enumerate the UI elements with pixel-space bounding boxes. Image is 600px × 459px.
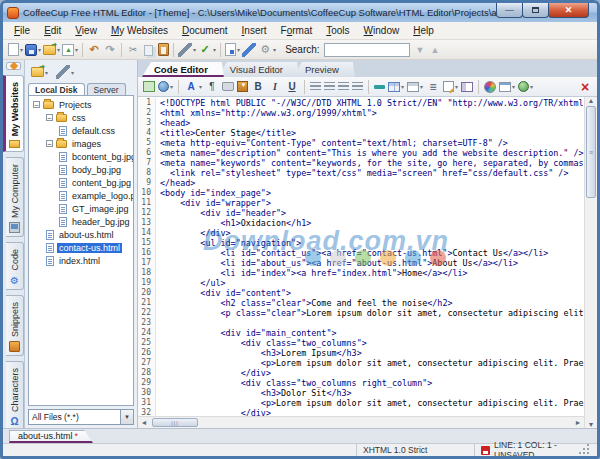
- menu-window[interactable]: Window: [357, 23, 407, 38]
- align-justify-button[interactable]: [351, 81, 364, 92]
- code-line[interactable]: 10<body id="index_page">: [138, 188, 584, 198]
- code-line[interactable]: 5<meta http-equiv="Content-Type" content…: [138, 138, 584, 148]
- tab-preview[interactable]: Preview: [293, 62, 355, 77]
- tree-item-images[interactable]: –images: [29, 137, 133, 150]
- code-line[interactable]: 4<title>Center Stage</title>: [138, 128, 584, 138]
- code-line[interactable]: 6<meta name="description" content="This …: [138, 148, 584, 158]
- code-line[interactable]: 14 </div>: [138, 228, 584, 238]
- code-line[interactable]: 24 <div id="main_content">: [138, 328, 584, 338]
- copy-button[interactable]: [141, 42, 157, 58]
- site-tools-button[interactable]: ▾: [55, 64, 75, 80]
- sidebar-tab-code[interactable]: Code: [6, 242, 24, 290]
- menu-view[interactable]: View: [68, 23, 104, 38]
- dropdown-arrow-icon[interactable]: ▾: [20, 46, 23, 53]
- code-line[interactable]: 19 </ul>: [138, 278, 584, 288]
- undo-button[interactable]: [86, 42, 102, 58]
- collapse-toggle-icon[interactable]: –: [46, 114, 53, 121]
- scroll-right-icon[interactable]: ►: [572, 419, 584, 426]
- code-line[interactable]: 11 <div id="wrapper">: [138, 198, 584, 208]
- align-right-button[interactable]: [337, 81, 350, 92]
- dropdown-arrow-icon[interactable]: ▾: [199, 83, 202, 90]
- redo-button[interactable]: [102, 42, 118, 58]
- sidebar-tab-snippets[interactable]: Snippets: [6, 295, 24, 356]
- tab-local-disk[interactable]: Local Disk: [28, 83, 85, 95]
- dropdown-arrow-icon[interactable]: ▾: [530, 83, 533, 90]
- code-line[interactable]: 8 <link rel="stylesheet" type="text/css"…: [138, 168, 584, 178]
- tree-item-example_logo.png[interactable]: example_logo.png: [29, 189, 133, 202]
- validate-button[interactable]: ▾: [224, 42, 241, 57]
- sidebar-tab-my-websites[interactable]: My Websites: [3, 75, 24, 152]
- menu-document[interactable]: Document: [175, 23, 235, 38]
- print-button[interactable]: [221, 81, 235, 92]
- menu-format[interactable]: Format: [274, 23, 320, 38]
- code-line[interactable]: 2<html xmlns="http://www.w3.org/1999/xht…: [138, 108, 584, 118]
- code-line[interactable]: 13 <h1>Oxidacion</h1>: [138, 218, 584, 228]
- code-line[interactable]: 12 <div id="header">: [138, 208, 584, 218]
- new-folder-button[interactable]: ▾: [30, 66, 49, 78]
- dropdown-arrow-icon[interactable]: ▾: [455, 83, 458, 90]
- code-line[interactable]: 18 <li id="index"><a href="index.html">H…: [138, 268, 584, 278]
- file-filter-select[interactable]: All Files (*.*) ▼: [28, 409, 134, 425]
- menu-file[interactable]: File: [7, 23, 37, 38]
- document-tab-about-us[interactable]: about-us.html*: [9, 430, 93, 443]
- chevron-down-icon[interactable]: ▼: [120, 410, 133, 424]
- vertical-scroll-thumb[interactable]: ≡: [586, 106, 596, 198]
- code-line[interactable]: 7<meta name="keywords" content="keywords…: [138, 158, 584, 168]
- font-button[interactable]: ▾: [183, 79, 203, 95]
- preview-browser-button[interactable]: ▾: [498, 81, 516, 93]
- dropdown-arrow-icon[interactable]: ▾: [193, 46, 196, 53]
- underline-button[interactable]: [284, 79, 300, 95]
- code-line[interactable]: 21 <h2 class="clear">Come and feel the n…: [138, 298, 584, 308]
- open-button[interactable]: ▾: [42, 44, 61, 56]
- scroll-down-icon[interactable]: ▼: [585, 421, 597, 428]
- table-button[interactable]: ▾: [387, 81, 405, 93]
- code-editor[interactable]: 1<!DOCTYPE html PUBLIC "-//W3C//DTD XHTM…: [138, 97, 584, 416]
- align-center-button[interactable]: [323, 81, 336, 92]
- resize-grip[interactable]: [582, 445, 591, 456]
- panel-toggle-button[interactable]: [6, 62, 21, 70]
- dropdown-arrow-icon[interactable]: ▾: [512, 83, 515, 90]
- tree-item-about-us.html[interactable]: about-us.html: [29, 228, 133, 241]
- menu-insert[interactable]: Insert: [235, 23, 274, 38]
- dropdown-arrow-icon[interactable]: ▾: [38, 46, 41, 53]
- code-line[interactable]: 20 <div id="content">: [138, 288, 584, 298]
- insert-image-button[interactable]: [142, 80, 156, 93]
- dropdown-arrow-icon[interactable]: ▾: [273, 46, 276, 53]
- tree-item-header_bg.jpg[interactable]: header_bg.jpg: [29, 215, 133, 228]
- tree-item-projects[interactable]: –Projects: [29, 98, 133, 111]
- insert-link-button[interactable]: ▾: [157, 80, 174, 93]
- dropdown-arrow-icon[interactable]: ▾: [213, 46, 216, 53]
- dropdown-arrow-icon[interactable]: ▾: [45, 69, 48, 76]
- align-left-button[interactable]: [309, 81, 322, 92]
- find-previous-icon[interactable]: ▲: [431, 45, 440, 55]
- tab-code-editor[interactable]: Code Editor: [142, 62, 224, 77]
- settings-button[interactable]: ▾: [257, 42, 277, 58]
- dropdown-arrow-icon[interactable]: ▾: [75, 46, 78, 53]
- publish-button[interactable]: ▾: [61, 43, 79, 57]
- code-line[interactable]: 23: [138, 318, 584, 328]
- menu-my-websites[interactable]: My Websites: [104, 23, 175, 38]
- code-line[interactable]: 15 <ul id="navigation">: [138, 238, 584, 248]
- cut-button[interactable]: [125, 42, 141, 58]
- code-line[interactable]: 16 <li id="contact_us"><a href="contact-…: [138, 248, 584, 258]
- menu-edit[interactable]: Edit: [37, 23, 68, 38]
- minimize-button[interactable]: —: [496, 3, 523, 18]
- code-line[interactable]: 30 <h3>Dolor Sit</h3>: [138, 388, 584, 398]
- tree-item-gt_image.jpg[interactable]: GT_image.jpg: [29, 202, 133, 215]
- tab-visual-editor[interactable]: Visual Editor: [218, 62, 299, 77]
- tools-button[interactable]: ▾: [177, 42, 197, 58]
- code-line[interactable]: 26 <h3>Lorem Ipsum</h3>: [138, 348, 584, 358]
- code-line[interactable]: 32 </div>: [138, 408, 584, 416]
- list-button[interactable]: [425, 79, 441, 95]
- code-line[interactable]: 25 <div class="two_columns">: [138, 338, 584, 348]
- horizontal-rule-button[interactable]: [373, 84, 386, 90]
- wrench-button[interactable]: [241, 42, 257, 58]
- code-line[interactable]: 27 <p>Lorem ipsum dolor sit amet, consec…: [138, 358, 584, 368]
- horizontal-scroll-thumb[interactable]: |||: [152, 418, 198, 427]
- tree-item-index.html[interactable]: index.html: [29, 254, 133, 267]
- collapse-toggle-icon[interactable]: –: [33, 101, 40, 108]
- find-next-icon[interactable]: ▼: [416, 45, 425, 55]
- code-line[interactable]: 17 <li id="about_us"><a href="about-us.h…: [138, 258, 584, 268]
- dropdown-arrow-icon[interactable]: ▾: [420, 83, 423, 90]
- collapse-toggle-icon[interactable]: –: [46, 140, 53, 147]
